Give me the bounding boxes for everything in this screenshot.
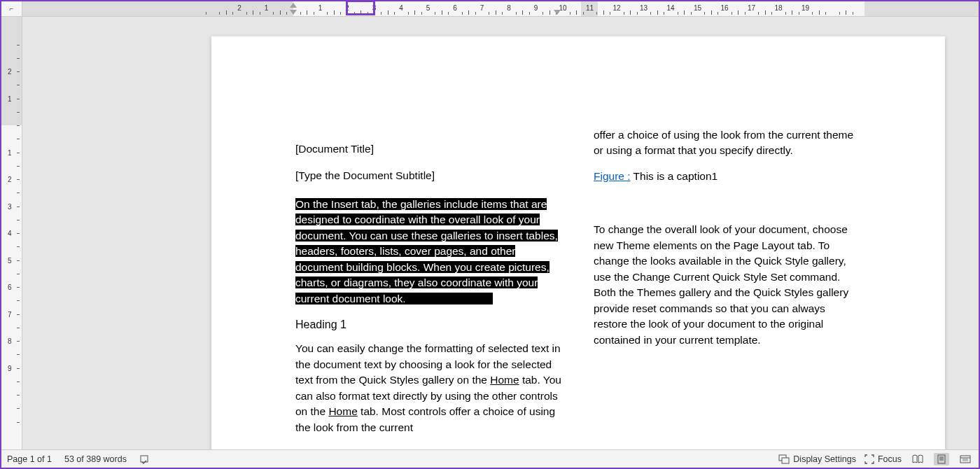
ruler-corner[interactable]: ⌐	[1, 1, 22, 17]
page: [Document Title] [Type the Document Subt…	[211, 36, 945, 449]
svg-rect-0	[141, 456, 148, 462]
first-line-indent-marker[interactable]	[290, 2, 297, 8]
read-mode-button[interactable]	[910, 453, 925, 465]
h-ruler-num: 17	[748, 4, 755, 12]
v-ruler-num: 6	[8, 284, 12, 291]
col2-main-para[interactable]: To change the overall look of your docum…	[594, 222, 860, 348]
home-link-1[interactable]: Home	[490, 374, 519, 386]
h-ruler-num: 5	[426, 4, 430, 12]
display-settings-button[interactable]: Display Settings	[778, 454, 856, 464]
figure-link[interactable]: Figure :	[594, 170, 631, 182]
h-ruler-num: 11	[586, 4, 594, 12]
status-bar: Page 1 of 1 53 of 389 words Display Sett…	[1, 449, 979, 468]
svg-rect-2	[782, 458, 789, 463]
v-ruler-num: 3	[8, 202, 12, 210]
hanging-indent-marker[interactable]	[554, 10, 561, 15]
v-ruler-num: 1	[8, 148, 12, 156]
v-ruler-num: 2	[8, 68, 12, 76]
h-ruler-num: 2	[345, 4, 349, 12]
print-layout-button[interactable]	[934, 453, 949, 465]
display-settings-icon	[778, 454, 790, 464]
selected-text: On the Insert tab, the galleries include…	[295, 198, 558, 304]
document-canvas[interactable]: [Document Title] [Type the Document Subt…	[22, 17, 979, 449]
web-layout-button[interactable]	[958, 453, 973, 465]
tab-stop-icon: ⌐	[10, 5, 14, 13]
document-subtitle[interactable]: [Type the Document Subtitle]	[295, 168, 561, 183]
figure-caption-text: This is a caption1	[631, 170, 718, 182]
heading-1[interactable]: Heading 1	[295, 316, 561, 332]
v-ruler-num: 5	[8, 256, 12, 264]
v-ruler-num: 4	[8, 230, 12, 237]
col2-top-para[interactable]: offer a choice of using the look from th…	[594, 127, 860, 159]
display-settings-label: Display Settings	[793, 454, 856, 464]
v-ruler-num: 2	[8, 176, 12, 183]
focus-button[interactable]: Focus	[864, 454, 902, 464]
h-ruler-num: 1	[265, 4, 269, 12]
selected-paragraph[interactable]: On the Insert tab, the galleries include…	[295, 197, 561, 307]
horizontal-ruler[interactable]: 2112345678910111213141516171819	[22, 1, 979, 17]
h-ruler-num: 14	[666, 4, 674, 12]
h-ruler-num: 7	[480, 4, 484, 12]
h-ruler-num: 1	[318, 4, 323, 12]
page-number-status[interactable]: Page 1 of 1	[7, 454, 52, 464]
v-ruler-num: 9	[8, 364, 12, 372]
word-count-status[interactable]: 53 of 389 words	[64, 454, 127, 464]
vertical-ruler[interactable]: 21123456789	[1, 17, 22, 449]
focus-icon	[864, 454, 874, 464]
paragraph-2[interactable]: You can easily change the formatting of …	[295, 341, 561, 435]
h-ruler-num: 3	[372, 4, 377, 12]
hanging-indent-marker[interactable]	[290, 10, 297, 15]
v-ruler-num: 1	[8, 94, 12, 102]
figure-caption-line[interactable]: Figure : This is a caption1	[594, 169, 860, 184]
selection-trailing	[406, 293, 493, 304]
focus-label: Focus	[878, 454, 902, 464]
home-link-2[interactable]: Home	[328, 405, 357, 417]
h-ruler-num: 13	[640, 4, 648, 12]
v-ruler-num: 8	[8, 337, 12, 345]
h-ruler-num: 15	[694, 4, 701, 12]
spell-check-icon[interactable]	[139, 454, 150, 465]
h-ruler-num: 19	[802, 4, 809, 12]
document-title[interactable]: [Document Title]	[295, 141, 561, 157]
h-ruler-num: 9	[534, 4, 538, 12]
h-ruler-num: 16	[720, 4, 728, 12]
h-ruler-num: 8	[507, 4, 511, 12]
h-ruler-num: 12	[612, 4, 620, 12]
h-ruler-num: 18	[774, 4, 782, 12]
h-ruler-num: 2	[237, 4, 241, 12]
svg-rect-3	[938, 455, 945, 463]
v-ruler-num: 7	[8, 310, 12, 318]
h-ruler-num: 4	[399, 4, 403, 12]
h-ruler-num: 6	[453, 4, 457, 12]
